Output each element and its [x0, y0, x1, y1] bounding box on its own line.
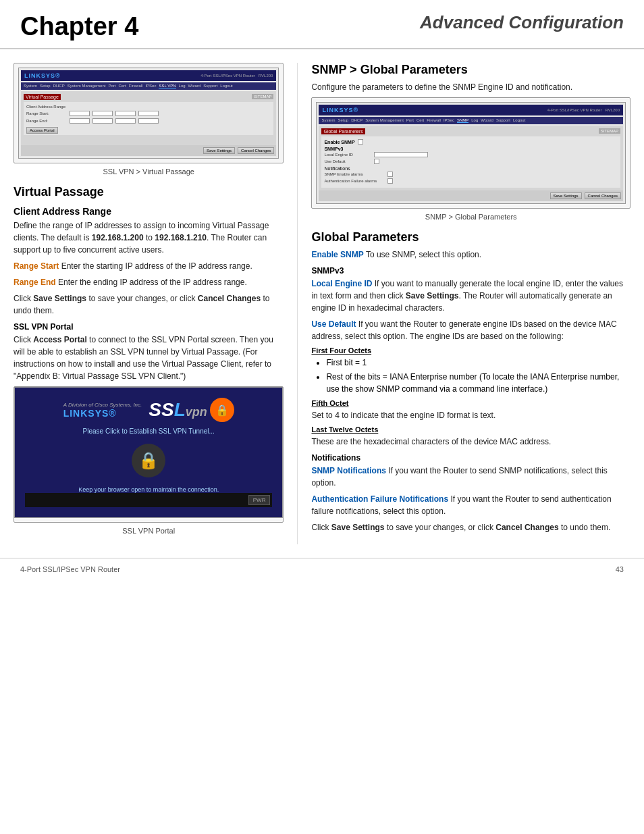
right-column: SNMP > Global Parameters Configure the p…: [297, 63, 630, 544]
range-start-para: Range Start Enter the starting IP addres…: [14, 260, 284, 272]
enable-snmp-para: Enable SNMP To use SNMP, select this opt…: [311, 249, 630, 261]
ssl-click-msg: Please Click to Establish SSL VPN Tunnel…: [83, 427, 215, 435]
snmp-section-label: Global Parameters: [321, 128, 365, 134]
access-portal-btn[interactable]: Access Portal: [26, 127, 58, 134]
snmp-sitemap-btn[interactable]: SITEMAP: [599, 128, 620, 134]
snmp-intro: Configure the parameters to define the S…: [311, 81, 630, 93]
left-column: LINKSYS® 4-Port SSL/IPSec VPN Router RVL…: [14, 63, 297, 544]
last-twelve-octets-heading: Last Twelve Octets: [311, 425, 630, 434]
save-cancel-para-right: Click Save Settings to save your changes…: [311, 521, 630, 533]
screenshot1-caption: SSL VPN > Virtual Passage: [14, 167, 284, 176]
sitemap-btn[interactable]: SITEMAP: [252, 94, 273, 99]
client-address-range-heading: Client Address Range: [14, 206, 284, 217]
save-cancel-para-left: Click Save Settings to save your changes…: [14, 292, 284, 317]
ssl-portal-ui: A Division of Cisco Systems, Inc. LINKSY…: [14, 387, 283, 518]
linksys-logo: LINKSYS®: [24, 72, 61, 79]
snmp-save-btn[interactable]: Save Settings: [550, 192, 582, 199]
virtual-passage-heading: Virtual Passage: [14, 185, 284, 199]
snmp-notifications-para: SNMP Notifications If you want the Route…: [311, 465, 630, 489]
snmp-router-model: 4-Port SSL/IPSec VPN Router RVL200: [547, 108, 620, 112]
router-model: 4-Port SSL/IPSec VPN Router RVL200: [200, 74, 273, 78]
page-header: Chapter 4 Advanced Configuration: [0, 0, 644, 49]
snmp-screenshot-caption: SNMP > Global Parameters: [311, 213, 630, 221]
snmp-heading: SNMP > Global Parameters: [311, 63, 630, 77]
save-settings-btn[interactable]: Save Settings: [203, 147, 235, 154]
footer-product: 4-Port SSL/IPSec VPN Router: [20, 565, 120, 573]
ssl-logo-text: SSLvpn: [149, 399, 207, 421]
use-default-para: Use Default If you want the Router to ge…: [311, 318, 630, 342]
ssl-linksys-logo: LINKSYS®: [63, 408, 117, 419]
snmp-linksys-logo: LINKSYS®: [322, 107, 358, 113]
ssl-keep-msg: Keep your browser open to maintain the c…: [78, 486, 219, 493]
ssl-vpn-portal-heading: SSL VPN Portal: [14, 322, 284, 332]
snmp-nav: SystemSetupDHCPSystem Management PortCer…: [319, 117, 623, 124]
cancel-changes-btn[interactable]: Cancel Changes: [238, 147, 274, 154]
range-end-para: Range End Enter the ending IP address of…: [14, 276, 284, 288]
bullet2: Rest of the bits = IANA Enterprise numbe…: [326, 371, 630, 395]
notifications-heading: Notifications: [311, 453, 630, 463]
screenshot-ssl-vpn: LINKSYS® 4-Port SSL/IPSec VPN Router RVL…: [14, 63, 284, 163]
page-footer: 4-Port SSL/IPSec VPN Router 43: [0, 558, 644, 580]
ssl-portal-top: A Division of Cisco Systems, Inc. LINKSY…: [63, 398, 234, 422]
vpn-icon: 🔒: [210, 398, 234, 422]
first-four-octets-heading: First Four Octets: [311, 346, 630, 355]
fifth-octet-heading: Fifth Octet: [311, 399, 630, 407]
first-four-octets-list: First bit = 1 Rest of the bits = IANA En…: [326, 357, 630, 395]
section-title-header: Advanced Configuration: [420, 12, 624, 33]
local-engine-id-para: Local Engine ID If you want to manually …: [311, 278, 630, 314]
footer-page-number: 43: [616, 565, 624, 573]
global-params-heading: Global Parameters: [311, 230, 630, 244]
ssl-vpn-portal-body: Click Access Portal to connect to the SS…: [14, 334, 284, 382]
section-label: Virtual Passage: [24, 94, 61, 100]
screenshot-ssl-portal: A Division of Cisco Systems, Inc. LINKSY…: [14, 386, 284, 523]
linksys-nav: SystemSetupDHCPSystem Management PortCer…: [21, 82, 276, 90]
ssl-portal-lock-icon: 🔒: [132, 444, 165, 477]
screenshot-snmp: LINKSYS® 4-Port SSL/IPSec VPN Router RVL…: [311, 97, 630, 209]
chapter-title: Chapter 4: [20, 12, 138, 41]
auth-failure-para: Authentication Failure Notifications If …: [311, 493, 630, 517]
bullet1: First bit = 1: [326, 357, 630, 369]
screenshot2-caption: SSL VPN Portal: [14, 527, 284, 535]
fifth-octet-body: Set to 4 to indicate that the engine ID …: [311, 409, 630, 421]
snmp-cancel-btn[interactable]: Cancel Changes: [585, 192, 621, 199]
last-twelve-body: These are the hexadecimal characters of …: [311, 436, 630, 448]
snmpv3-heading: SNMPv3: [311, 266, 630, 276]
content-wrapper: LINKSYS® 4-Port SSL/IPSec VPN Router RVL…: [0, 63, 644, 544]
ssl-portal-footer-btn[interactable]: PWR: [248, 495, 271, 505]
client-address-range-body: Define the range of IP addresses to assi…: [14, 219, 284, 256]
